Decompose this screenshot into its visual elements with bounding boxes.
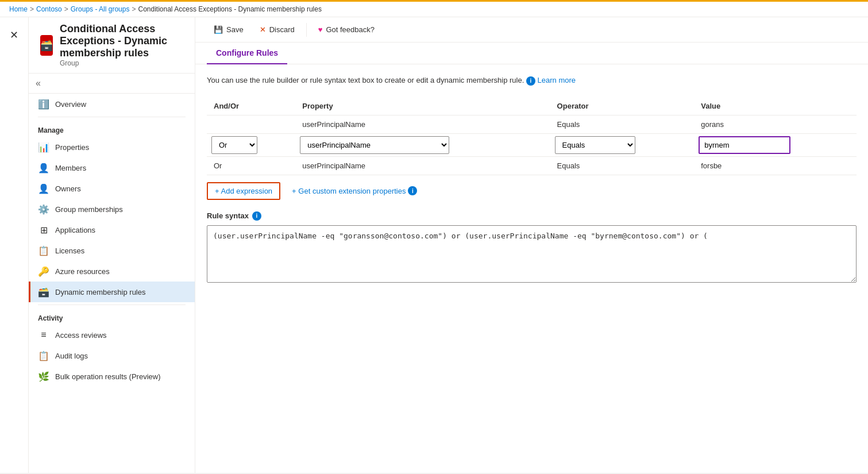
- tab-configure-rules[interactable]: Configure Rules: [207, 43, 287, 64]
- cell-andor: [207, 115, 295, 133]
- table-row: userPrincipalName Equals gorans: [207, 115, 857, 133]
- sidebar-item-label: Owners: [55, 184, 81, 193]
- custom-ext-info-icon[interactable]: i: [408, 186, 417, 195]
- rule-table: And/Or Property Operator Value userPrinc…: [207, 97, 857, 175]
- save-icon: 💾: [214, 25, 223, 34]
- add-expression-button[interactable]: + Add expression: [207, 182, 280, 200]
- tabs: Configure Rules: [195, 43, 868, 64]
- sidebar-item-members[interactable]: 👤 Members: [29, 157, 195, 178]
- breadcrumb-current: Conditional Access Exceptions - Dynamic …: [138, 5, 321, 13]
- page-title: Conditional Access Exceptions - Dynamic …: [60, 23, 183, 59]
- get-custom-extension-button[interactable]: + Get custom extension properties i: [285, 183, 424, 199]
- cell-value: forsbe: [694, 156, 857, 175]
- sidebar-item-azure-resources[interactable]: 🔑 Azure resources: [29, 261, 195, 282]
- cell-operator: Equals: [550, 156, 695, 175]
- rule-syntax-info-icon[interactable]: i: [252, 211, 261, 221]
- feedback-button[interactable]: ♥ Got feedback?: [311, 22, 381, 37]
- sidebar-item-group-memberships[interactable]: ⚙️ Group memberships: [29, 199, 195, 219]
- sidebar-item-label: Group memberships: [55, 205, 123, 214]
- rule-row-edit: And Or userPrincipalName Equals Not Equa…: [207, 133, 857, 156]
- licenses-icon: 📋: [38, 245, 49, 256]
- page-subtitle: Group: [60, 59, 183, 67]
- dynamic-membership-icon: 🗃️: [38, 286, 49, 298]
- sidebar-item-overview[interactable]: ℹ️ Overview: [29, 94, 195, 114]
- content-body: You can use the rule builder or rule syn…: [195, 64, 868, 473]
- activity-section-label: Activity: [29, 307, 195, 325]
- toolbar: 💾 Save ✕ Discard ♥ Got feedback?: [195, 17, 868, 43]
- sidebar-item-label: Properties: [55, 143, 89, 152]
- cell-value: gorans: [694, 115, 857, 133]
- value-input[interactable]: [699, 136, 790, 154]
- edit-andor-cell: And Or: [207, 133, 295, 156]
- sidebar-item-label: Licenses: [55, 246, 84, 255]
- sidebar-item-label: Access reviews: [55, 331, 107, 340]
- sidebar-item-label: Dynamic membership rules: [55, 288, 146, 296]
- rule-syntax-label: Rule syntax i: [207, 211, 857, 221]
- bulk-operation-icon: 🌿: [38, 371, 49, 382]
- sidebar-item-label: Audit logs: [55, 352, 88, 360]
- left-nav: 🗃️ Conditional Access Exceptions - Dynam…: [29, 17, 195, 473]
- breadcrumb-groups[interactable]: Groups - All groups: [71, 5, 130, 13]
- access-reviews-icon: ≡: [38, 329, 49, 341]
- members-icon: 👤: [38, 162, 49, 174]
- feedback-icon: ♥: [318, 25, 323, 34]
- save-button[interactable]: 💾 Save: [207, 22, 250, 37]
- nav-divider-1: [38, 117, 186, 117]
- col-property: Property: [295, 97, 550, 115]
- breadcrumb-home[interactable]: Home: [9, 5, 28, 13]
- sidebar-item-bulk-operation[interactable]: 🌿 Bulk operation results (Preview): [29, 366, 195, 387]
- sidebar-item-access-reviews[interactable]: ≡ Access reviews: [29, 325, 195, 345]
- edit-value-cell: [694, 133, 857, 156]
- applications-icon: ⊞: [38, 224, 49, 236]
- sidebar-item-label: Members: [55, 164, 86, 172]
- collapse-nav-button[interactable]: «: [36, 78, 41, 88]
- sidebar-item-label: Bulk operation results (Preview): [55, 372, 161, 381]
- andor-select[interactable]: And Or: [211, 136, 257, 154]
- overview-icon: ℹ️: [38, 98, 49, 110]
- edit-operator-cell: Equals Not Equals Contains: [550, 133, 695, 156]
- sidebar-item-properties[interactable]: 📊 Properties: [29, 137, 195, 157]
- cell-property: userPrincipalName: [295, 156, 550, 175]
- nav-header: 🗃️ Conditional Access Exceptions - Dynam…: [29, 17, 195, 74]
- group-memberships-icon: ⚙️: [38, 203, 49, 215]
- actions-row: + Add expression + Get custom extension …: [207, 182, 857, 200]
- breadcrumb-contoso[interactable]: Contoso: [36, 5, 62, 13]
- sidebar-item-applications[interactable]: ⊞ Applications: [29, 219, 195, 240]
- col-value: Value: [694, 97, 857, 115]
- sidebar-item-owners[interactable]: 👤 Owners: [29, 178, 195, 199]
- owners-icon: 👤: [38, 183, 49, 194]
- sidebar-item-audit-logs[interactable]: 📋 Audit logs: [29, 345, 195, 366]
- sidebar-toggle-area: ✕: [0, 17, 29, 473]
- close-button[interactable]: ✕: [7, 26, 21, 44]
- azure-resources-icon: 🔑: [38, 265, 49, 277]
- sidebar-item-label: Applications: [55, 226, 95, 234]
- learn-more-link[interactable]: Learn more: [538, 76, 576, 84]
- col-operator: Operator: [550, 97, 695, 115]
- cell-operator: Equals: [550, 115, 695, 133]
- breadcrumb: Home > Contoso > Groups - All groups > C…: [0, 0, 868, 17]
- manage-section-label: Manage: [29, 120, 195, 137]
- rule-syntax-section: Rule syntax i (user.userPrincipalName -e…: [207, 211, 857, 284]
- table-row: Or userPrincipalName Equals forsbe: [207, 156, 857, 175]
- audit-logs-icon: 📋: [38, 350, 49, 361]
- nav-divider-2: [38, 305, 186, 305]
- edit-property-cell: userPrincipalName: [295, 133, 550, 156]
- info-icon[interactable]: i: [526, 76, 535, 86]
- rule-syntax-textarea[interactable]: (user.userPrincipalName -eq "goransson@c…: [207, 225, 857, 283]
- discard-icon: ✕: [260, 25, 266, 34]
- sidebar-item-licenses[interactable]: 📋 Licenses: [29, 240, 195, 261]
- cell-andor: Or: [207, 156, 295, 175]
- sidebar-item-dynamic-membership-rules[interactable]: 🗃️ Dynamic membership rules: [29, 282, 195, 302]
- header-icon: 🗃️: [40, 35, 53, 56]
- toolbar-divider: [306, 23, 307, 37]
- property-select[interactable]: userPrincipalName: [300, 136, 449, 154]
- sidebar-item-label: Overview: [55, 100, 86, 109]
- cell-property: userPrincipalName: [295, 115, 550, 133]
- discard-button[interactable]: ✕ Discard: [253, 22, 302, 37]
- col-andor: And/Or: [207, 97, 295, 115]
- main-content: 💾 Save ✕ Discard ♥ Got feedback? Configu…: [195, 17, 868, 473]
- sidebar-item-label: Azure resources: [55, 267, 110, 276]
- operator-select[interactable]: Equals Not Equals Contains: [555, 136, 635, 154]
- nav-collapse-header: «: [29, 74, 195, 94]
- info-text: You can use the rule builder or rule syn…: [207, 76, 857, 86]
